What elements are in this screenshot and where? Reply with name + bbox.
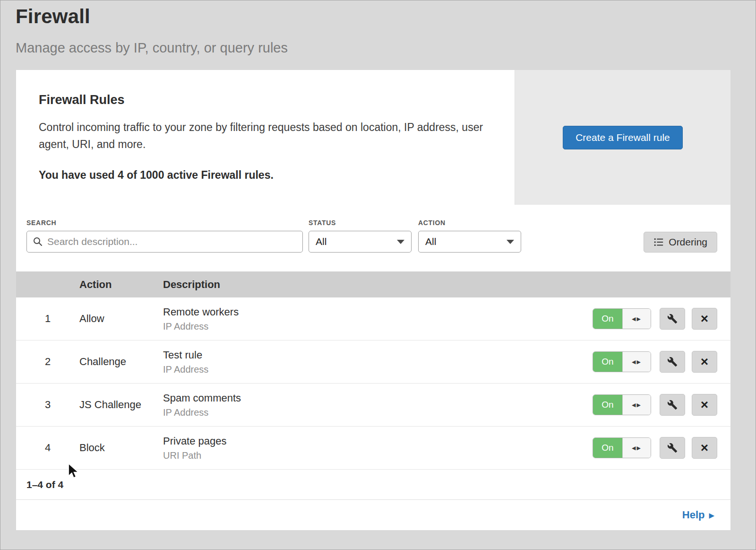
rule-description-cell: Spam comments IP Address: [163, 392, 575, 418]
rule-priority: 3: [16, 399, 79, 411]
rule-description-cell: Private pages URI Path: [163, 435, 575, 461]
toggle-on-label: On: [593, 309, 622, 329]
rule-controls: On ◀▶ ×: [575, 394, 730, 416]
close-icon: ×: [701, 312, 708, 325]
status-select-value: All: [316, 236, 326, 247]
firewall-rules-card: Firewall Rules Control incoming traffic …: [16, 70, 730, 205]
rule-controls: On ◀▶ ×: [575, 437, 730, 459]
close-icon: ×: [701, 441, 708, 454]
sheet-footer: Help ▶: [16, 500, 730, 530]
filters-bar: SEARCH STATUS All ACTION: [16, 205, 730, 271]
card-action-panel: Create a Firewall rule: [515, 70, 730, 205]
toggle-on-label: On: [593, 352, 622, 372]
table-row: 2 Challenge Test rule IP Address On ◀▶ ×: [16, 340, 730, 384]
delete-rule-button[interactable]: ×: [692, 394, 717, 416]
help-link-label: Help: [682, 509, 705, 521]
edit-rule-button[interactable]: [660, 394, 685, 416]
rule-description: Spam comments: [163, 392, 575, 404]
table-header: Action Description: [16, 271, 730, 297]
card-title: Firewall Rules: [39, 93, 486, 107]
rule-match-type: IP Address: [163, 321, 575, 332]
rules-sheet: SEARCH STATUS All ACTION: [16, 205, 730, 530]
chevron-down-icon: [397, 240, 404, 244]
rules-usage-text: You have used 4 of 1000 active Firewall …: [39, 169, 486, 182]
edit-rule-button[interactable]: [660, 351, 685, 373]
rule-priority: 1: [16, 313, 79, 325]
rule-controls: On ◀▶ ×: [575, 308, 730, 330]
ordering-button[interactable]: Ordering: [644, 232, 717, 253]
pagination-text: 1–4 of 4: [26, 479, 63, 490]
wrench-icon: [667, 400, 678, 410]
pagination: 1–4 of 4: [16, 470, 730, 500]
status-label: STATUS: [309, 219, 412, 227]
rule-description: Private pages: [163, 435, 575, 447]
edit-rule-button[interactable]: [660, 308, 685, 330]
delete-rule-button[interactable]: ×: [692, 437, 717, 459]
toggle-handle-icon: ◀▶: [622, 352, 651, 372]
action-label: ACTION: [418, 219, 521, 227]
rule-enabled-toggle[interactable]: On ◀▶: [593, 437, 651, 458]
rule-match-type: URI Path: [163, 450, 575, 461]
rule-priority: 2: [16, 356, 79, 368]
status-select[interactable]: All: [309, 231, 412, 253]
toggle-handle-icon: ◀▶: [622, 395, 651, 415]
action-filter-group: ACTION All: [418, 219, 521, 253]
toggle-handle-icon: ◀▶: [622, 309, 651, 329]
rule-action: Block: [79, 442, 163, 454]
wrench-icon: [667, 314, 678, 324]
table-row: 4 Block Private pages URI Path On ◀▶ ×: [16, 427, 730, 470]
search-input[interactable]: [47, 236, 297, 247]
rule-action: JS Challenge: [79, 399, 163, 411]
action-select-value: All: [425, 236, 436, 247]
chevron-down-icon: [507, 240, 514, 244]
table-row: 3 JS Challenge Spam comments IP Address …: [16, 384, 730, 427]
rule-action: Allow: [79, 313, 163, 325]
action-select[interactable]: All: [418, 231, 521, 253]
ordering-button-label: Ordering: [669, 236, 707, 248]
firewall-page: Firewall Manage access by IP, country, o…: [0, 0, 756, 550]
rule-description: Remote workers: [163, 306, 575, 318]
close-icon: ×: [701, 398, 708, 411]
rule-description-cell: Remote workers IP Address: [163, 306, 575, 332]
delete-rule-button[interactable]: ×: [692, 308, 717, 330]
wrench-icon: [667, 357, 678, 367]
delete-rule-button[interactable]: ×: [692, 351, 717, 373]
close-icon: ×: [701, 355, 708, 368]
search-box[interactable]: [26, 231, 303, 253]
rule-priority: 4: [16, 442, 79, 454]
arrow-right-icon: ▶: [709, 512, 714, 519]
rule-match-type: IP Address: [163, 364, 575, 375]
wrench-icon: [667, 443, 678, 453]
toggle-handle-icon: ◀▶: [622, 438, 651, 458]
table-row: 1 Allow Remote workers IP Address On ◀▶ …: [16, 297, 730, 340]
page-header: Firewall Manage access by IP, country, o…: [0, 0, 756, 56]
rule-description: Test rule: [163, 349, 575, 361]
status-filter-group: STATUS All: [309, 219, 412, 253]
help-link[interactable]: Help ▶: [682, 509, 714, 521]
toggle-on-label: On: [593, 438, 622, 458]
page-subtitle: Manage access by IP, country, or query r…: [16, 40, 756, 56]
action-column-header: Action: [79, 279, 163, 291]
rule-enabled-toggle[interactable]: On ◀▶: [593, 394, 651, 415]
rule-enabled-toggle[interactable]: On ◀▶: [593, 308, 651, 329]
rule-controls: On ◀▶ ×: [575, 351, 730, 373]
card-description: Control incoming traffic to your zone by…: [39, 119, 486, 153]
firewall-rules-card-body: Firewall Rules Control incoming traffic …: [16, 70, 515, 205]
rule-description-cell: Test rule IP Address: [163, 349, 575, 375]
search-label: SEARCH: [26, 219, 303, 227]
rule-action: Challenge: [79, 356, 163, 368]
rule-match-type: IP Address: [163, 407, 575, 418]
ordered-list-icon: [653, 237, 664, 247]
rule-enabled-toggle[interactable]: On ◀▶: [593, 351, 651, 372]
search-filter-group: SEARCH: [26, 219, 303, 253]
edit-rule-button[interactable]: [660, 437, 685, 459]
search-icon: [33, 236, 43, 247]
toggle-on-label: On: [593, 395, 622, 415]
page-title: Firewall: [16, 5, 756, 28]
description-column-header: Description: [163, 279, 575, 291]
create-firewall-rule-button[interactable]: Create a Firewall rule: [563, 126, 683, 149]
